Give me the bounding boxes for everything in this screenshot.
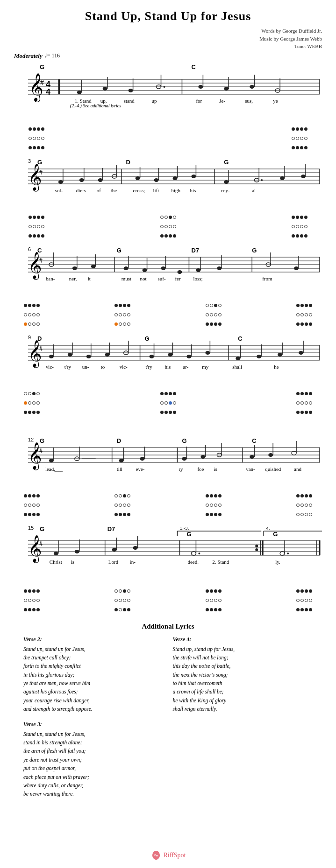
verse3-title: Verse 3: [23,721,164,728]
lyric-1-4: up [152,98,157,103]
svg-point-102 [186,355,191,358]
chord-g-6: G [145,335,150,342]
svg-point-72 [196,268,200,272]
g-chord-diag-6 [160,389,177,416]
lyric-2-9: roy- [221,187,230,193]
tempo-section: Moderately ♩= 116 [14,52,322,60]
svg-point-78 [294,266,299,270]
svg-point-67 [143,268,147,272]
lyric-2-4: the [111,187,117,193]
svg-point-39 [191,175,196,178]
lyric-4-11: he [274,364,279,369]
svg-point-138 [250,455,254,459]
staff-1: G C 𝄞 4 4 # [14,61,322,151]
g-chord-diag-8 [205,491,222,518]
svg-point-48 [301,175,306,178]
svg-point-90 [68,353,72,357]
lyric-4-1: vic- [46,364,54,369]
chord-d-2: D [126,159,130,166]
title-section: Stand Up, Stand Up for Jesus [14,9,322,23]
lyric-6-6: 2. Stand [212,559,229,564]
svg-point-163 [75,550,79,553]
key-sig-5: # [39,448,43,455]
verse4-text: Stand up, stand up for Jesus,the strife … [173,645,313,714]
svg-point-92 [86,355,91,358]
measure-num-12: 12 [28,437,34,442]
svg-point-71 [177,270,182,274]
g-chord-diag-4 [114,301,131,328]
svg-point-167 [133,546,138,550]
lyrics-right-column: Verse 4: Stand up, stand up for Jesus,th… [173,636,313,806]
svg-point-106 [236,357,240,360]
lyric-3-5: not [140,275,147,281]
verse3-text: Stand up, stand up for Jesus,stand in hi… [23,730,164,798]
lyric-3-9: from [262,275,272,281]
svg-point-134 [200,455,205,459]
g-chord-diag-5 [296,301,313,328]
lyric-6-4: in- [130,559,136,564]
svg-point-65 [124,266,129,270]
staff-svg-1: G C 𝄞 4 4 # [14,61,322,121]
svg-point-158 [255,548,258,551]
svg-point-132 [182,457,186,461]
svg-point-74 [217,266,222,270]
lyric-2-7: high [171,187,180,193]
chord-diagrams-2 [14,212,322,239]
lyric-4-8: ar- [183,364,188,369]
lyric-5-5: foe [197,466,204,471]
svg-point-161 [54,552,58,555]
lyric-6-3: Lord [108,559,119,564]
svg-point-94 [105,353,110,357]
svg-point-63 [91,265,96,268]
verse4-title: Verse 4: [173,636,313,643]
treble-clef-2: 𝄞 [28,163,42,191]
svg-point-174 [287,553,289,554]
svg-point-130 [140,457,145,461]
key-sig-3: # [39,257,43,264]
svg-point-172 [280,552,285,555]
treble-clef-1: 𝄞 [29,73,43,102]
note-2 [103,87,107,91]
note-7 [250,85,254,89]
svg-point-12 [164,86,165,88]
chord-g-11: G [273,531,278,538]
chord-c-4: C [238,335,243,342]
lyric-4-6: t'ry [146,364,153,369]
svg-point-110 [278,353,282,357]
lyric-4-4: to [101,364,105,369]
staff-svg-4: 9 D G C 𝄞 # [14,332,322,386]
lyric-3-3: it [88,275,91,281]
lyric-4-9: my [202,364,209,369]
svg-point-41 [224,180,229,184]
svg-point-171 [198,553,200,554]
staff-5: 12 G D G C 𝄞 # [14,434,322,518]
riffspot-label: RiffSpot [164,852,186,859]
chord-g-8: G [182,437,186,444]
chord-d7-2: D7 [107,525,115,532]
d-chord-diag-4 [23,389,40,416]
chord-g-3: G [224,159,229,166]
chord-g-9: G [40,525,44,532]
note-3 [129,89,133,92]
svg-point-25 [58,180,63,184]
lyric-4-2: t'ry [64,364,71,369]
lyric-4-3: un- [82,364,89,369]
svg-point-37 [172,176,177,180]
additional-lyrics-title: Additional Lyrics [23,623,313,630]
svg-point-128 [119,459,124,462]
treble-clef-3: 𝄞 [28,252,42,280]
lyric-6-1: Christ [50,559,62,564]
music-attribution: Music by George James Webb [14,35,322,43]
svg-point-29 [98,178,103,182]
staff-svg-6: 15 G D7 1.-3. G 4. G 𝄞 # [14,523,322,583]
riffspot-icon [150,850,162,861]
ending-4: 4. [266,525,270,531]
lyric-2-6: lift [153,187,159,193]
lyrics-left-column: Verse 2: Stand up, stand up for Jesus,th… [23,636,164,806]
svg-point-169 [191,552,196,555]
lyric-note: (2.-4.) See additional lyrics [70,103,121,108]
staff-6: 15 G D7 1.-3. G 4. G 𝄞 # [14,523,322,613]
main-title: Stand Up, Stand Up for Jesus [14,9,322,23]
verse2-title: Verse 2: [23,636,164,643]
d7-chord-diag [205,301,222,328]
